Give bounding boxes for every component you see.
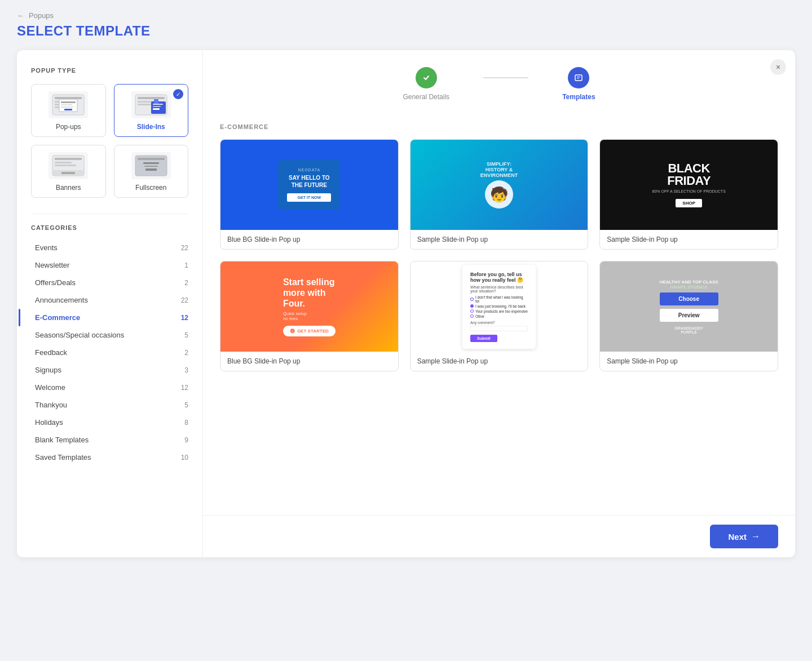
svg-rect-28 — [144, 166, 158, 167]
template-name-6: Sample Slide-in Pop up — [600, 352, 778, 371]
template-preview-3: BLACKFRIDAY 80% OFF A SELECTION OF PRODU… — [600, 140, 778, 230]
svg-rect-8 — [61, 107, 73, 108]
category-count-offers: 2 — [184, 279, 188, 287]
page-title: SELECT TEMPLATE — [17, 23, 795, 39]
popup-type-slideins-icon — [131, 91, 171, 118]
category-count-blank: 9 — [184, 436, 188, 444]
category-label-saved: Saved Templates — [35, 453, 91, 462]
template-name-4: Blue BG Slide-in Pop up — [220, 352, 398, 371]
category-label-welcome: Welcome — [35, 383, 65, 392]
category-label-ecommerce: E-Commerce — [35, 313, 80, 322]
step-general-circle — [416, 67, 437, 88]
category-count-holidays: 8 — [184, 419, 188, 427]
back-arrow-icon[interactable]: ← — [17, 11, 24, 20]
svg-rect-17 — [153, 108, 160, 110]
template-preview-4: Start sellingmore withFour. Quick setupn… — [220, 261, 398, 352]
main-content: × General Details Templates — [203, 50, 795, 557]
template-preview-6: HEALTHY AND TOP CLASSGRAPE STUDIOS Choos… — [600, 261, 778, 352]
popup-type-fullscreen-icon — [131, 152, 171, 179]
category-item-feedback[interactable]: Feedback 2 — [31, 344, 188, 361]
category-count-ecommerce: 12 — [181, 314, 188, 322]
svg-rect-29 — [145, 168, 157, 171]
category-label-blank: Blank Templates — [35, 436, 89, 444]
svg-point-30 — [422, 73, 431, 82]
category-item-ecommerce[interactable]: E-Commerce 12 — [31, 309, 188, 326]
svg-rect-18 — [154, 99, 158, 104]
category-label-holidays: Holidays — [35, 418, 63, 427]
template-card-5[interactable]: Before you go, tell us how you really fe… — [410, 261, 589, 371]
step-templates-circle — [568, 67, 589, 88]
category-item-newsletter[interactable]: Newsletter 1 — [31, 256, 188, 274]
next-button-label: Next — [728, 532, 747, 542]
template-name-2: Sample Slide-in Pop up — [411, 230, 588, 249]
category-item-signups[interactable]: Signups 3 — [31, 361, 188, 379]
svg-rect-9 — [64, 109, 72, 110]
svg-rect-16 — [153, 106, 161, 107]
template-name-1: Blue BG Slide-in Pop up — [220, 230, 398, 249]
content-area: E-COMMERCE NEODATA SAY HELLO TOTHE FUTUR… — [203, 112, 795, 515]
svg-rect-11 — [138, 97, 165, 99]
popup-type-popups[interactable]: Pop-ups — [31, 84, 106, 137]
sidebar: POPUP TYPE — [17, 50, 203, 557]
template-card-3[interactable]: BLACKFRIDAY 80% OFF A SELECTION OF PRODU… — [599, 139, 778, 250]
template-name-3: Sample Slide-in Pop up — [600, 230, 778, 249]
category-item-welcome[interactable]: Welcome 12 — [31, 379, 188, 396]
category-item-seasons[interactable]: Seasons/Special occasions 5 — [31, 326, 188, 344]
category-item-offers[interactable]: Offers/Deals 2 — [31, 274, 188, 291]
svg-rect-21 — [55, 162, 72, 163]
category-item-announcements[interactable]: Announcements 22 — [31, 291, 188, 309]
category-count-announcements: 22 — [181, 296, 188, 304]
category-count-seasons: 5 — [184, 331, 188, 339]
category-count-events: 22 — [181, 244, 188, 252]
category-count-saved: 10 — [181, 454, 188, 462]
category-count-thankyou: 5 — [184, 401, 188, 409]
steps-bar: General Details Templates — [203, 50, 795, 112]
step-connector — [483, 77, 528, 78]
template-card-2[interactable]: SIMPLIFY:HISTORY &ENVIRONMENT 🧒 Choose P… — [410, 139, 589, 250]
breadcrumb-parent: Popups — [29, 11, 54, 20]
category-count-newsletter: 1 — [184, 261, 188, 269]
template-preview-5: Before you go, tell us how you really fe… — [411, 261, 588, 352]
popup-type-slideins[interactable]: ✓ Slide — [114, 84, 189, 137]
template-card-1[interactable]: NEODATA SAY HELLO TOTHE FUTURE GET IT NO… — [220, 139, 399, 250]
category-count-signups: 3 — [184, 366, 188, 374]
category-label-seasons: Seasons/Special occasions — [35, 331, 124, 339]
templates-grid: NEODATA SAY HELLO TOTHE FUTURE GET IT NO… — [220, 139, 778, 371]
popup-type-slideins-label: Slide-Ins — [137, 123, 165, 131]
category-item-saved[interactable]: Saved Templates 10 — [31, 449, 188, 466]
breadcrumb: ← Popups — [17, 11, 795, 20]
category-item-holidays[interactable]: Holidays 8 — [31, 414, 188, 431]
step-general-label: General Details — [403, 93, 449, 101]
category-item-blank[interactable]: Blank Templates 9 — [31, 431, 188, 449]
svg-rect-24 — [61, 172, 75, 174]
step-templates: Templates — [562, 67, 595, 101]
popup-type-fullscreen[interactable]: Fullscreen — [114, 145, 189, 198]
next-button[interactable]: Next → — [710, 525, 778, 548]
popup-type-banners-label: Banners — [56, 184, 81, 192]
category-label-events: Events — [35, 243, 58, 252]
section-label: E-COMMERCE — [220, 123, 778, 130]
close-button[interactable]: × — [770, 59, 786, 75]
svg-rect-14 — [151, 101, 166, 114]
step-general: General Details — [403, 67, 449, 101]
svg-rect-15 — [153, 104, 163, 105]
category-label-newsletter: Newsletter — [35, 261, 69, 269]
category-label-offers: Offers/Deals — [35, 278, 76, 287]
template-card-4[interactable]: Start sellingmore withFour. Quick setupn… — [220, 261, 399, 371]
popup-type-label: POPUP TYPE — [31, 67, 188, 74]
category-item-events[interactable]: Events 22 — [31, 239, 188, 256]
category-label-thankyou: Thankyou — [35, 401, 67, 409]
categories-label: CATEGORIES — [31, 224, 188, 231]
template-card-6[interactable]: HEALTHY AND TOP CLASSGRAPE STUDIOS Choos… — [599, 261, 778, 371]
next-arrow-icon: → — [751, 531, 760, 542]
template-preview-2: SIMPLIFY:HISTORY &ENVIRONMENT 🧒 — [411, 140, 588, 230]
category-item-thankyou[interactable]: Thankyou 5 — [31, 396, 188, 414]
popup-type-banners[interactable]: Banners — [31, 145, 106, 198]
popup-types-grid: Pop-ups ✓ — [31, 84, 188, 198]
selected-check-icon: ✓ — [173, 89, 183, 99]
popup-type-banners-icon — [48, 152, 88, 179]
category-list: Events 22 Newsletter 1 Offers/Deals 2 An… — [31, 239, 188, 466]
svg-rect-26 — [138, 158, 165, 160]
svg-rect-6 — [61, 101, 76, 103]
category-label-announcements: Announcements — [35, 296, 88, 304]
